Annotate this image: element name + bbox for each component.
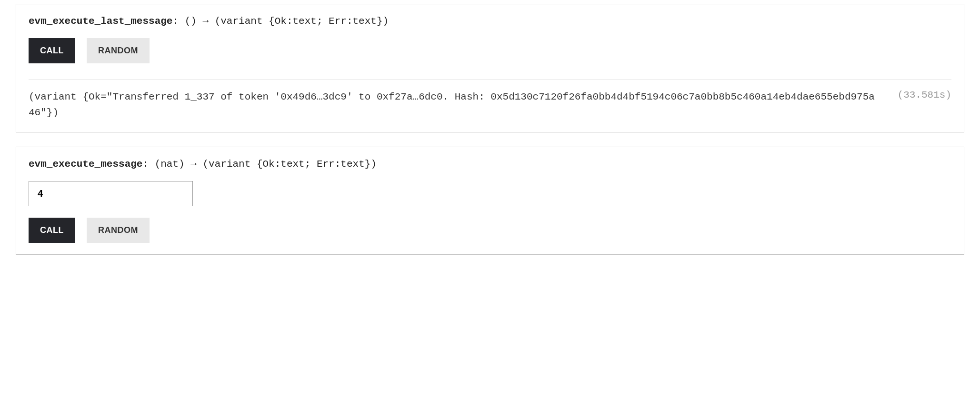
method-name: evm_execute_last_message bbox=[29, 16, 172, 27]
nat-input[interactable] bbox=[29, 181, 193, 206]
call-button[interactable]: CALL bbox=[29, 38, 75, 63]
method-name: evm_execute_message bbox=[29, 159, 142, 170]
random-button[interactable]: RANDOM bbox=[87, 218, 150, 243]
method-signature-rest: : (nat) → (variant {Ok:text; Err:text}) bbox=[142, 159, 376, 170]
timing-label: (33.581s) bbox=[898, 90, 951, 100]
method-signature: evm_execute_message: (nat) → (variant {O… bbox=[29, 159, 951, 170]
method-signature: evm_execute_last_message: () → (variant … bbox=[29, 16, 951, 27]
input-row bbox=[29, 181, 951, 206]
divider bbox=[29, 80, 951, 80]
method-card-evm-execute-last-message: evm_execute_last_message: () → (variant … bbox=[16, 4, 964, 132]
call-button[interactable]: CALL bbox=[29, 218, 75, 243]
button-row: CALL RANDOM bbox=[29, 218, 951, 243]
result-row: (variant {Ok="Transferred 1_337 of token… bbox=[29, 90, 951, 121]
button-row: CALL RANDOM bbox=[29, 38, 951, 63]
result-text: (variant {Ok="Transferred 1_337 of token… bbox=[29, 90, 879, 121]
method-signature-rest: : () → (variant {Ok:text; Err:text}) bbox=[172, 16, 389, 27]
random-button[interactable]: RANDOM bbox=[87, 38, 150, 63]
method-card-evm-execute-message: evm_execute_message: (nat) → (variant {O… bbox=[16, 147, 964, 255]
